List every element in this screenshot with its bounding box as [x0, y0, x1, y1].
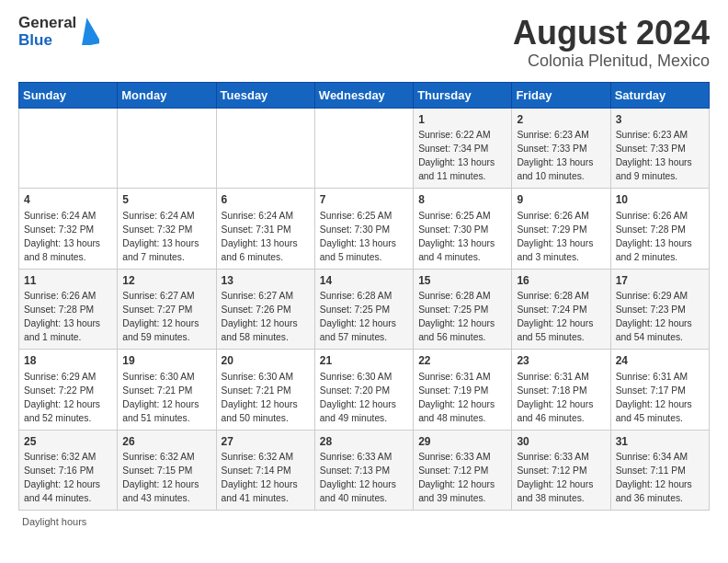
- day-number: 26: [122, 434, 210, 450]
- day-number: 25: [24, 434, 112, 450]
- day-number: 3: [616, 112, 704, 128]
- calendar-cell: 28Sunrise: 6:33 AMSunset: 7:13 PMDayligh…: [314, 430, 413, 510]
- calendar-week-row: 11Sunrise: 6:26 AMSunset: 7:28 PMDayligh…: [19, 269, 710, 349]
- calendar-cell: [19, 108, 118, 188]
- calendar-cell: 14Sunrise: 6:28 AMSunset: 7:25 PMDayligh…: [314, 269, 413, 349]
- day-info: Sunrise: 6:27 AMSunset: 7:27 PMDaylight:…: [122, 290, 210, 345]
- calendar-week-row: 1Sunrise: 6:22 AMSunset: 7:34 PMDaylight…: [19, 108, 710, 188]
- day-number: 24: [616, 353, 704, 369]
- day-info: Sunrise: 6:26 AMSunset: 7:29 PMDaylight:…: [517, 210, 605, 265]
- day-number: 31: [616, 434, 704, 450]
- day-info: Sunrise: 6:30 AMSunset: 7:20 PMDaylight:…: [320, 371, 408, 426]
- day-number: 18: [24, 353, 112, 369]
- day-info: Sunrise: 6:31 AMSunset: 7:17 PMDaylight:…: [616, 371, 704, 426]
- logo-general: General: [18, 15, 76, 32]
- logo-blue: Blue: [18, 32, 76, 50]
- calendar-cell: 1Sunrise: 6:22 AMSunset: 7:34 PMDaylight…: [414, 108, 512, 188]
- calendar-week-row: 4Sunrise: 6:24 AMSunset: 7:32 PMDaylight…: [19, 189, 710, 269]
- day-number: 20: [222, 353, 310, 369]
- day-info: Sunrise: 6:28 AMSunset: 7:24 PMDaylight:…: [517, 290, 605, 345]
- calendar-cell: 13Sunrise: 6:27 AMSunset: 7:26 PMDayligh…: [216, 269, 314, 349]
- day-number: 13: [222, 273, 310, 289]
- day-number: 22: [418, 353, 506, 369]
- logo: General Blue: [18, 15, 99, 49]
- calendar-cell: 23Sunrise: 6:31 AMSunset: 7:18 PMDayligh…: [512, 350, 610, 430]
- day-number: 29: [418, 434, 506, 450]
- day-info: Sunrise: 6:28 AMSunset: 7:25 PMDaylight:…: [320, 290, 408, 345]
- day-info: Sunrise: 6:32 AMSunset: 7:16 PMDaylight:…: [24, 451, 112, 506]
- calendar-cell: 15Sunrise: 6:28 AMSunset: 7:25 PMDayligh…: [414, 269, 512, 349]
- day-info: Sunrise: 6:24 AMSunset: 7:32 PMDaylight:…: [122, 210, 210, 265]
- calendar-header-row: SundayMondayTuesdayWednesdayThursdayFrid…: [19, 82, 710, 108]
- day-info: Sunrise: 6:31 AMSunset: 7:18 PMDaylight:…: [517, 371, 605, 426]
- day-info: Sunrise: 6:22 AMSunset: 7:34 PMDaylight:…: [418, 129, 506, 184]
- calendar-cell: 9Sunrise: 6:26 AMSunset: 7:29 PMDaylight…: [512, 189, 610, 269]
- day-number: 17: [616, 273, 704, 289]
- day-number: 7: [320, 192, 408, 208]
- footer-note: Daylight hours: [18, 516, 710, 527]
- calendar-cell: 27Sunrise: 6:32 AMSunset: 7:14 PMDayligh…: [216, 430, 314, 510]
- calendar-day-header: Wednesday: [314, 82, 413, 108]
- day-info: Sunrise: 6:31 AMSunset: 7:19 PMDaylight:…: [418, 371, 506, 426]
- calendar-week-row: 25Sunrise: 6:32 AMSunset: 7:16 PMDayligh…: [19, 430, 710, 510]
- calendar-cell: 17Sunrise: 6:29 AMSunset: 7:23 PMDayligh…: [610, 269, 709, 349]
- calendar-day-header: Monday: [118, 82, 216, 108]
- calendar-cell: 31Sunrise: 6:34 AMSunset: 7:11 PMDayligh…: [610, 430, 709, 510]
- calendar-cell: 4Sunrise: 6:24 AMSunset: 7:32 PMDaylight…: [19, 189, 118, 269]
- calendar-cell: 7Sunrise: 6:25 AMSunset: 7:30 PMDaylight…: [314, 189, 413, 269]
- day-info: Sunrise: 6:33 AMSunset: 7:13 PMDaylight:…: [320, 451, 408, 506]
- calendar-day-header: Friday: [512, 82, 610, 108]
- calendar-day-header: Tuesday: [216, 82, 314, 108]
- day-number: 8: [418, 192, 506, 208]
- day-number: 28: [320, 434, 408, 450]
- day-info: Sunrise: 6:24 AMSunset: 7:31 PMDaylight:…: [222, 210, 310, 265]
- calendar-cell: 5Sunrise: 6:24 AMSunset: 7:32 PMDaylight…: [118, 189, 216, 269]
- calendar-cell: [314, 108, 413, 188]
- day-number: 23: [517, 353, 605, 369]
- day-info: Sunrise: 6:23 AMSunset: 7:33 PMDaylight:…: [517, 129, 605, 184]
- calendar-cell: 26Sunrise: 6:32 AMSunset: 7:15 PMDayligh…: [118, 430, 216, 510]
- svg-marker-0: [79, 17, 99, 45]
- day-number: 9: [517, 192, 605, 208]
- day-number: 27: [222, 434, 310, 450]
- day-number: 21: [320, 353, 408, 369]
- day-number: 6: [222, 192, 310, 208]
- location-subtitle: Colonia Plenitud, Mexico: [513, 52, 710, 71]
- logo-icon: [79, 17, 99, 45]
- day-number: 15: [418, 273, 506, 289]
- month-year-title: August 2024: [513, 15, 710, 52]
- day-number: 30: [517, 434, 605, 450]
- title-block: August 2024 Colonia Plenitud, Mexico: [513, 15, 710, 71]
- day-info: Sunrise: 6:32 AMSunset: 7:14 PMDaylight:…: [222, 451, 310, 506]
- calendar-cell: 29Sunrise: 6:33 AMSunset: 7:12 PMDayligh…: [414, 430, 512, 510]
- day-number: 2: [517, 112, 605, 128]
- calendar-cell: [216, 108, 314, 188]
- header: General Blue August 2024 Colonia Plenitu…: [18, 15, 710, 71]
- day-info: Sunrise: 6:30 AMSunset: 7:21 PMDaylight:…: [222, 371, 310, 426]
- calendar-cell: 10Sunrise: 6:26 AMSunset: 7:28 PMDayligh…: [610, 189, 709, 269]
- day-info: Sunrise: 6:33 AMSunset: 7:12 PMDaylight:…: [418, 451, 506, 506]
- calendar-cell: 22Sunrise: 6:31 AMSunset: 7:19 PMDayligh…: [414, 350, 512, 430]
- calendar-cell: 30Sunrise: 6:33 AMSunset: 7:12 PMDayligh…: [512, 430, 610, 510]
- day-info: Sunrise: 6:23 AMSunset: 7:33 PMDaylight:…: [616, 129, 704, 184]
- day-info: Sunrise: 6:33 AMSunset: 7:12 PMDaylight:…: [517, 451, 605, 506]
- calendar-cell: 11Sunrise: 6:26 AMSunset: 7:28 PMDayligh…: [19, 269, 118, 349]
- calendar-cell: 16Sunrise: 6:28 AMSunset: 7:24 PMDayligh…: [512, 269, 610, 349]
- day-number: 19: [122, 353, 210, 369]
- day-info: Sunrise: 6:29 AMSunset: 7:23 PMDaylight:…: [616, 290, 704, 345]
- calendar-cell: 25Sunrise: 6:32 AMSunset: 7:16 PMDayligh…: [19, 430, 118, 510]
- day-info: Sunrise: 6:26 AMSunset: 7:28 PMDaylight:…: [616, 210, 704, 265]
- day-info: Sunrise: 6:25 AMSunset: 7:30 PMDaylight:…: [320, 210, 408, 265]
- day-number: 5: [122, 192, 210, 208]
- day-number: 14: [320, 273, 408, 289]
- calendar-cell: 8Sunrise: 6:25 AMSunset: 7:30 PMDaylight…: [414, 189, 512, 269]
- calendar-cell: 18Sunrise: 6:29 AMSunset: 7:22 PMDayligh…: [19, 350, 118, 430]
- day-number: 10: [616, 192, 704, 208]
- page: General Blue August 2024 Colonia Plenitu…: [0, 0, 728, 536]
- day-info: Sunrise: 6:26 AMSunset: 7:28 PMDaylight:…: [24, 290, 112, 345]
- calendar-day-header: Sunday: [19, 82, 118, 108]
- calendar-cell: 20Sunrise: 6:30 AMSunset: 7:21 PMDayligh…: [216, 350, 314, 430]
- day-number: 12: [122, 273, 210, 289]
- day-info: Sunrise: 6:29 AMSunset: 7:22 PMDaylight:…: [24, 371, 112, 426]
- calendar-cell: 24Sunrise: 6:31 AMSunset: 7:17 PMDayligh…: [610, 350, 709, 430]
